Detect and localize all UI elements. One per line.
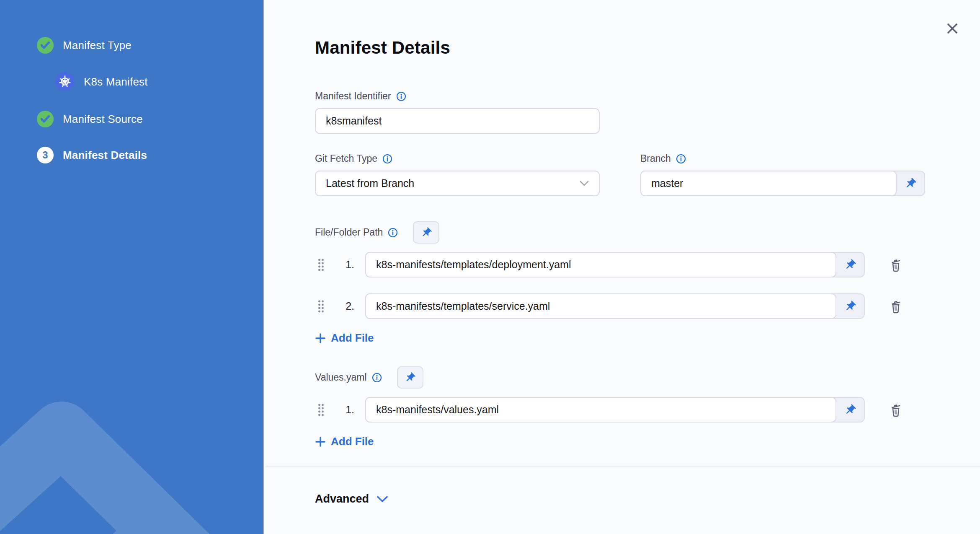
pin-all-paths-button[interactable] bbox=[413, 221, 439, 244]
step-label: Manifest Source bbox=[63, 113, 143, 126]
values-input-group bbox=[365, 397, 865, 423]
trash-icon bbox=[888, 257, 903, 273]
branch-input[interactable] bbox=[640, 171, 897, 196]
git-fetch-type-field: Git Fetch Type Latest from Branch bbox=[315, 153, 600, 196]
file-path-input-group bbox=[365, 293, 865, 319]
step-label: Manifest Details bbox=[63, 149, 147, 162]
add-values-file-button[interactable]: Add File bbox=[315, 435, 374, 448]
drag-handle-icon[interactable] bbox=[317, 300, 326, 313]
info-icon[interactable] bbox=[676, 154, 686, 164]
values-path-input[interactable] bbox=[365, 397, 836, 423]
chevron-down-icon bbox=[377, 496, 388, 503]
file-path-input[interactable] bbox=[365, 293, 836, 319]
branch-field: Branch bbox=[640, 153, 925, 196]
page-title: Manifest Details bbox=[315, 38, 980, 58]
git-fetch-type-select[interactable]: Latest from Branch bbox=[315, 171, 600, 196]
pin-icon[interactable] bbox=[897, 171, 924, 195]
values-yaml-label: Values.yaml bbox=[315, 372, 367, 383]
plus-icon bbox=[315, 333, 326, 344]
branch-input-group bbox=[640, 171, 925, 196]
pin-icon bbox=[418, 224, 435, 241]
manifest-identifier-label: Manifest Identifier bbox=[315, 91, 391, 102]
manifest-identifier-input[interactable] bbox=[315, 108, 600, 134]
pin-icon[interactable] bbox=[836, 253, 864, 277]
git-fetch-type-value: Latest from Branch bbox=[326, 177, 414, 189]
add-file-button[interactable]: Add File bbox=[315, 332, 374, 345]
trash-icon bbox=[888, 298, 903, 314]
pin-icon[interactable] bbox=[836, 398, 864, 422]
wizard-steps: Manifest Type bbox=[0, 0, 263, 163]
drag-handle-icon[interactable] bbox=[317, 258, 326, 272]
drag-handle-icon[interactable] bbox=[317, 403, 326, 417]
trash-icon bbox=[888, 402, 903, 418]
delete-row-button[interactable] bbox=[888, 402, 903, 418]
step-label: Manifest Type bbox=[63, 39, 132, 52]
pin-all-values-button[interactable] bbox=[397, 366, 423, 389]
row-number: 2. bbox=[336, 300, 354, 312]
info-icon[interactable] bbox=[382, 154, 392, 164]
row-number: 1. bbox=[336, 259, 354, 271]
info-icon[interactable] bbox=[388, 228, 398, 238]
wizard-sidebar: Manifest Type bbox=[0, 0, 264, 534]
step-label: K8s Manifest bbox=[84, 75, 148, 88]
kubernetes-icon bbox=[55, 72, 75, 91]
advanced-toggle[interactable]: Advanced bbox=[315, 493, 388, 505]
sidebar-step-manifest-type[interactable]: Manifest Type bbox=[37, 37, 263, 54]
file-path-input-group bbox=[365, 252, 865, 277]
section-divider bbox=[266, 466, 980, 467]
info-icon[interactable] bbox=[396, 91, 406, 101]
row-number: 1. bbox=[336, 404, 354, 416]
sidebar-step-manifest-source[interactable]: Manifest Source bbox=[37, 111, 263, 127]
delete-row-button[interactable] bbox=[888, 257, 903, 273]
delete-row-button[interactable] bbox=[888, 298, 903, 314]
plus-icon bbox=[315, 436, 326, 447]
sidebar-step-manifest-details[interactable]: 3 Manifest Details bbox=[37, 147, 263, 163]
close-icon bbox=[946, 22, 959, 35]
close-button[interactable] bbox=[944, 20, 961, 37]
file-path-row: 1. bbox=[315, 252, 980, 277]
file-folder-path-label: File/Folder Path bbox=[315, 227, 383, 238]
add-file-label: Add File bbox=[331, 332, 374, 345]
file-path-input[interactable] bbox=[365, 252, 836, 277]
harness-logo-watermark bbox=[0, 358, 264, 534]
file-path-row: 2. bbox=[315, 293, 980, 319]
pin-icon bbox=[402, 369, 418, 386]
chevron-down-icon bbox=[580, 181, 589, 186]
branch-label: Branch bbox=[640, 153, 671, 164]
step-complete-check-icon bbox=[37, 37, 54, 54]
add-file-label: Add File bbox=[331, 435, 374, 448]
advanced-label: Advanced bbox=[315, 493, 369, 505]
step-complete-check-icon bbox=[37, 111, 54, 127]
sidebar-substep-k8s-manifest[interactable]: K8s Manifest bbox=[37, 72, 263, 91]
pin-icon[interactable] bbox=[836, 294, 864, 318]
step-number-badge: 3 bbox=[37, 147, 54, 163]
manifest-details-panel: Manifest Details Manifest Identifier Git… bbox=[266, 0, 980, 534]
values-file-row: 1. bbox=[315, 397, 980, 423]
git-fetch-type-label: Git Fetch Type bbox=[315, 153, 377, 164]
info-icon[interactable] bbox=[372, 373, 382, 383]
